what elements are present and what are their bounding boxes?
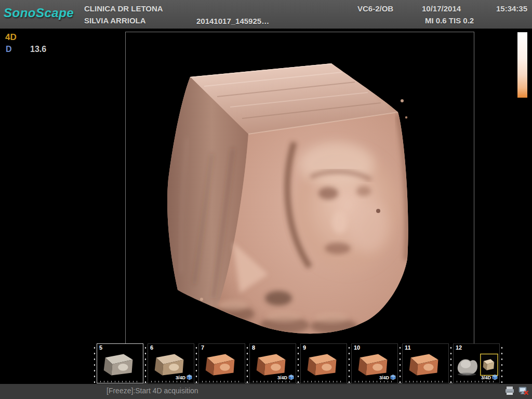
ruler-ticks xyxy=(253,380,292,382)
mode-label: 4D xyxy=(5,32,17,43)
clip-badge-label: 3/4D xyxy=(481,375,491,380)
thumbnail-6[interactable]: 6 3/4D xyxy=(148,343,194,383)
film-sprocket-divider xyxy=(296,343,300,383)
clip-badge-label: 3/4D xyxy=(176,375,185,380)
thumb-preview xyxy=(301,344,347,383)
cube-3d-icon xyxy=(491,374,498,380)
thumb-number: 5 xyxy=(99,344,102,351)
thumbnail-11[interactable]: 11 xyxy=(402,343,449,383)
ruler-ticks xyxy=(355,380,394,382)
thumbnail-9[interactable]: 9 xyxy=(300,343,347,383)
header-bar: SonoScape CLINICA DR LETONA SILVIA ARRIO… xyxy=(0,0,532,29)
film-sprocket-divider xyxy=(398,343,402,383)
thumb-number: 12 xyxy=(456,344,462,351)
thumbnail-strip: 5 6 3/4D xyxy=(92,343,504,383)
network-status-error-icon[interactable] xyxy=(518,386,529,395)
thumb-number: 11 xyxy=(405,344,411,351)
thumb-number: 6 xyxy=(150,344,153,351)
thumb-preview xyxy=(199,344,245,383)
color-scale-bar xyxy=(517,32,527,98)
status-bar: [Freeze]:Start 4D acquisition xyxy=(0,384,532,399)
ruler-ticks xyxy=(457,380,496,382)
thumbnail-5[interactable]: 5 xyxy=(97,343,143,383)
exam-date: 10/17/2014 xyxy=(422,4,461,13)
thumbnail-10[interactable]: 10 3/4D xyxy=(351,343,398,383)
thumb-number: 8 xyxy=(252,344,255,351)
depth-value: 13.6 xyxy=(30,45,46,54)
print-icon[interactable] xyxy=(504,386,515,395)
film-sprocket-divider xyxy=(449,343,453,383)
film-sprocket-divider xyxy=(245,343,249,383)
thumb-preview xyxy=(97,344,143,383)
clip-badge: 3/4D xyxy=(481,374,498,380)
status-message: [Freeze]:Start 4D acquisition xyxy=(107,387,198,395)
cube-3d-icon xyxy=(390,374,396,380)
screen: SonoScape CLINICA DR LETONA SILVIA ARRIO… xyxy=(0,0,532,399)
ruler-ticks xyxy=(151,380,191,382)
film-sprocket-divider xyxy=(143,343,148,383)
volume-render[interactable] xyxy=(155,55,425,346)
ruler-ticks xyxy=(304,380,343,382)
thumbnail-12[interactable]: 12 3/4D xyxy=(453,343,500,383)
thumb-number: 9 xyxy=(303,344,306,351)
film-sprocket-divider xyxy=(500,343,504,383)
clip-badge-label: 3/4D xyxy=(277,375,287,380)
thumb-number: 7 xyxy=(201,344,204,351)
mi-tis-readout: MI 0.6 TIS 0.2 xyxy=(425,16,474,25)
ruler-ticks xyxy=(406,380,445,382)
film-sprocket-divider xyxy=(194,343,198,383)
clip-badge: 3/4D xyxy=(379,374,396,380)
study-id: 20141017_145925… xyxy=(196,17,269,25)
probe-preset: VC6-2/OB xyxy=(357,4,393,13)
film-sprocket-divider xyxy=(347,343,351,383)
ruler-ticks xyxy=(202,380,242,382)
clip-badge: 3/4D xyxy=(176,374,193,380)
thumbnail-8[interactable]: 8 3/4D xyxy=(249,343,296,383)
thumb-number: 10 xyxy=(354,344,360,351)
patient-name: SILVIA ARRIOLA xyxy=(84,16,146,25)
cube-3d-icon xyxy=(186,374,193,380)
thumbnail-7[interactable]: 7 xyxy=(198,343,245,383)
exam-time: 15:34:35 xyxy=(496,4,527,13)
brand-logo: SonoScape xyxy=(4,6,74,20)
status-icons xyxy=(504,386,529,395)
depth-label: D xyxy=(6,45,12,54)
clinic-name: CLINICA DR LETONA xyxy=(84,4,163,13)
cube-3d-icon xyxy=(288,374,295,380)
clip-badge: 3/4D xyxy=(277,374,295,380)
film-sprocket-divider xyxy=(92,343,97,383)
ruler-ticks xyxy=(100,380,140,382)
clip-badge-label: 3/4D xyxy=(379,375,389,380)
